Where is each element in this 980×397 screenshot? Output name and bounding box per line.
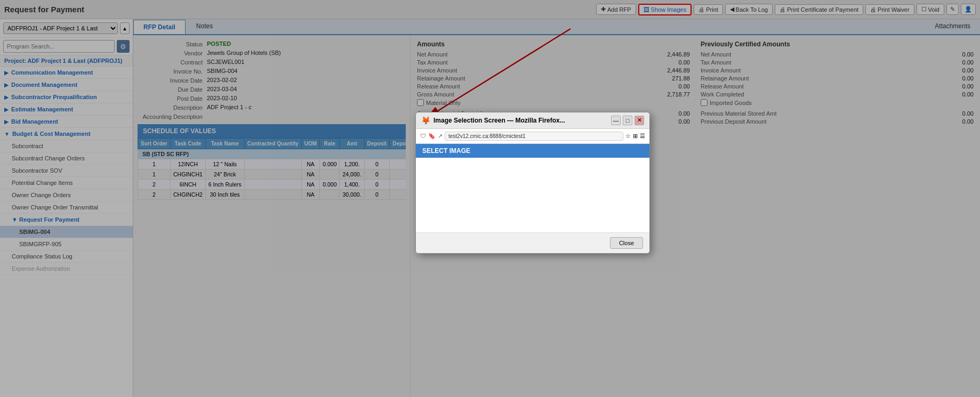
share-icon: ↗ bbox=[438, 133, 443, 140]
menu-icon[interactable]: ☰ bbox=[640, 133, 645, 140]
modal-close-x-button[interactable]: ✕ bbox=[634, 116, 644, 125]
modal-content bbox=[416, 158, 649, 232]
modal-minimize-button[interactable]: — bbox=[611, 116, 621, 125]
modal-title: Image Selection Screen — Mozilla Firefox… bbox=[433, 117, 565, 124]
modal-addressbar: 🛡 🔖 ↗ test2v12.cmic.ca:8888/cmictest1 ☆ … bbox=[416, 129, 649, 144]
modal-titlebar-controls: — □ ✕ bbox=[611, 116, 644, 125]
select-image-label: SELECT IMAGE bbox=[422, 147, 470, 155]
modal-footer: Close bbox=[416, 232, 649, 253]
modal-close-button[interactable]: Close bbox=[610, 237, 643, 249]
shield-icon: 🛡 bbox=[420, 133, 426, 140]
modal-overlay[interactable]: 🦊 Image Selection Screen — Mozilla Firef… bbox=[0, 0, 980, 397]
modal-maximize-button[interactable]: □ bbox=[623, 116, 632, 125]
modal-titlebar: 🦊 Image Selection Screen — Mozilla Firef… bbox=[416, 112, 649, 129]
modal-toolbar: SELECT IMAGE bbox=[416, 144, 649, 158]
star-icon[interactable]: ☆ bbox=[625, 133, 631, 140]
bookmark-icon: 🔖 bbox=[428, 133, 436, 140]
modal-titlebar-left: 🦊 Image Selection Screen — Mozilla Firef… bbox=[421, 116, 565, 125]
firefox-icon: 🦊 bbox=[421, 116, 430, 125]
extensions-icon[interactable]: ⊞ bbox=[633, 133, 638, 140]
modal-window: 🦊 Image Selection Screen — Mozilla Firef… bbox=[415, 112, 650, 254]
modal-url[interactable]: test2v12.cmic.ca:8888/cmictest1 bbox=[445, 132, 623, 141]
browser-nav-icons: 🛡 🔖 ↗ bbox=[420, 133, 443, 140]
